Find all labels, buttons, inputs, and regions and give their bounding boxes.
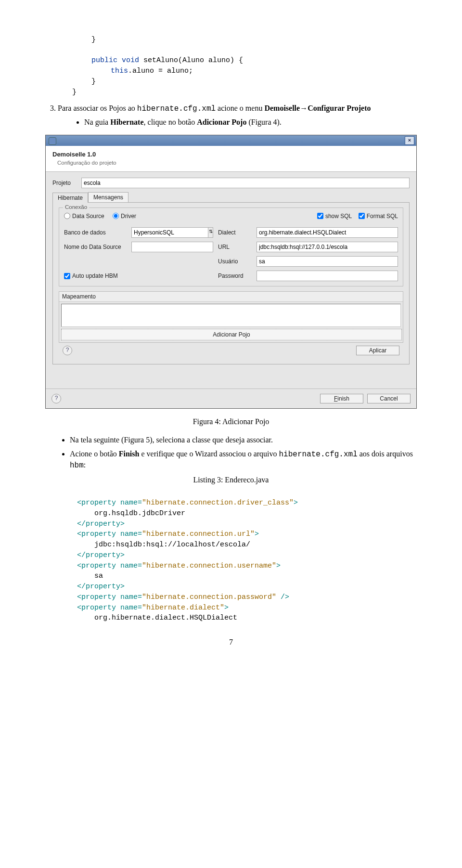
bullet: Na guia Hibernate, clique no botão Adici… [84, 117, 419, 128]
bullet: Acione o botão Finish e verifique que o … [70, 449, 419, 471]
code-line: } [91, 78, 96, 86]
mapping-group: Mapeamento Adicionar Pojo [59, 291, 403, 343]
text: e verifique que o Wizard associou o arqu… [139, 450, 279, 458]
kw: this [111, 67, 128, 75]
select-banco[interactable]: ⇅ [131, 227, 213, 238]
titlebar[interactable]: × [46, 135, 416, 146]
text: acione o menu [216, 104, 264, 112]
close-icon[interactable]: × [405, 136, 414, 145]
dialog-window: × Demoiselle 1.0 Configuração do projeto… [45, 135, 417, 409]
tab-panel: Conexão Data Source Driver show SQL Form… [52, 202, 410, 365]
code-line: } [72, 88, 77, 96]
kw: public [91, 56, 117, 65]
dialog-title: Demoiselle 1.0 [52, 151, 410, 158]
page-number: 7 [43, 638, 419, 647]
mapping-legend: Mapeamento [59, 292, 403, 302]
cancel-button[interactable]: Cancel [367, 394, 411, 403]
password-input[interactable] [257, 271, 398, 281]
lbl-dialect: Dialect [218, 229, 252, 236]
code-inline: hibernate.cfg.xml [279, 450, 358, 459]
mapping-list[interactable] [61, 304, 401, 327]
help-icon-footer[interactable]: ? [51, 394, 61, 403]
lbl-usuario: Usuário [218, 258, 252, 265]
text: Acione o botão [70, 450, 119, 458]
text: (Figura 4). [246, 118, 281, 126]
lbl-banco: Banco de dados [64, 229, 127, 236]
bold: Demoiselle→Configurar Projeto [264, 104, 371, 112]
conexao-group: Conexão Data Source Driver show SQL Form… [59, 207, 403, 287]
bold: Adicionar Pojo [197, 118, 246, 126]
chevron-updown-icon[interactable]: ⇅ [208, 227, 213, 238]
url-input[interactable] [257, 242, 398, 252]
group-legend: Conexão [63, 204, 89, 210]
radio-driver[interactable]: Driver [113, 213, 136, 220]
bullets-after-fig: Na tela seguinte (Figura 5), seleciona a… [43, 435, 419, 471]
check-showsql[interactable]: show SQL [317, 213, 352, 220]
dialog-content: Projeto Hibernate Mensagens Conexão Data… [46, 172, 416, 370]
tab-mensagens[interactable]: Mensagens [88, 192, 128, 202]
figure-4: × Demoiselle 1.0 Configuração do projeto… [43, 135, 419, 409]
text: Na guia [84, 118, 110, 126]
text: , clique no botão [144, 118, 197, 126]
code-block-xml: <property name="hibernate.connection.dri… [77, 487, 419, 623]
usuario-input[interactable] [257, 256, 398, 267]
tab-row: Hibernate Mensagens [52, 192, 410, 202]
step-3: Para associar os Pojos ao hibernate.cfg.… [58, 104, 419, 128]
lbl-url: URL [218, 244, 252, 250]
radio-datasource[interactable]: Data Source [64, 213, 104, 220]
tab-hibernate[interactable]: Hibernate [52, 193, 88, 203]
bold: Finish [119, 450, 140, 458]
nomeds-input[interactable] [131, 242, 213, 252]
sub-bullets: Na guia Hibernate, clique no botão Adici… [58, 117, 419, 128]
text: Para associar os Pojos ao [58, 104, 137, 112]
dialog-header: Demoiselle 1.0 Configuração do projeto [46, 146, 416, 172]
lbl-nomeds: Nome do Data Source [64, 244, 127, 250]
figure-4-caption: Figura 4: Adicionar Pojo [43, 417, 419, 426]
check-formatsql[interactable]: Format SQL [359, 213, 398, 220]
window-icon [49, 137, 56, 145]
projeto-input[interactable] [81, 178, 410, 188]
code-line: } [91, 36, 96, 44]
kw: void [122, 56, 139, 65]
listing-3-caption: Listing 3: Endereco.java [43, 476, 419, 484]
text: aos dois arquivos [358, 450, 413, 458]
help-icon[interactable]: ? [63, 346, 72, 355]
dialect-input[interactable] [257, 227, 398, 238]
code-text: .aluno = aluno; [128, 67, 193, 75]
aplicar-button[interactable]: Aplicar [356, 346, 399, 355]
finish-button[interactable]: Finish [320, 394, 363, 403]
projeto-label: Projeto [52, 180, 81, 186]
dialog-footer: ? Finish Cancel [46, 389, 416, 408]
add-pojo-button[interactable]: Adicionar Pojo [61, 329, 402, 340]
code-inline: hbm [70, 461, 84, 470]
dialog-subtitle: Configuração do projeto [57, 160, 410, 166]
code-block-top: } public void setAluno(Aluno aluno) { th… [43, 24, 419, 97]
check-autoupdate[interactable]: Auto update HBM [64, 272, 213, 279]
bold: Hibernate [110, 118, 143, 126]
lbl-password: Password [218, 272, 252, 279]
banco-input[interactable] [131, 227, 208, 238]
code-inline: hibernate.cfg.xml [137, 104, 216, 113]
code-text: setAluno(Aluno aluno) { [139, 56, 243, 65]
step-list: Para associar os Pojos ao hibernate.cfg.… [43, 104, 419, 128]
text: : [84, 461, 86, 469]
bullet: Na tela seguinte (Figura 5), seleciona a… [70, 435, 419, 445]
